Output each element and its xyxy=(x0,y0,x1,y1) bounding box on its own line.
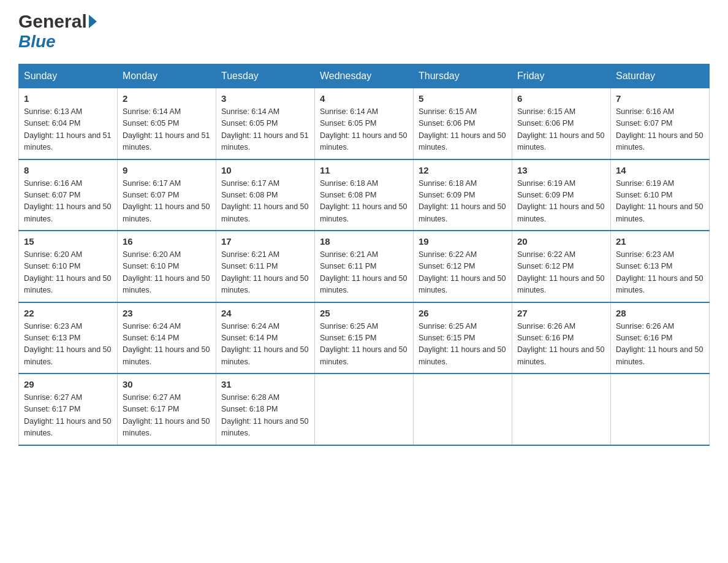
calendar-week-row: 15Sunrise: 6:20 AMSunset: 6:10 PMDayligh… xyxy=(19,231,710,302)
calendar-table: SundayMondayTuesdayWednesdayThursdayFrid… xyxy=(18,64,710,446)
calendar-week-row: 1Sunrise: 6:13 AMSunset: 6:04 PMDaylight… xyxy=(19,88,710,159)
day-info: Sunrise: 6:16 AMSunset: 6:07 PMDaylight:… xyxy=(616,106,704,154)
calendar-day-cell: 20Sunrise: 6:22 AMSunset: 6:12 PMDayligh… xyxy=(512,231,611,302)
day-number: 11 xyxy=(320,165,408,175)
day-info: Sunrise: 6:18 AMSunset: 6:08 PMDaylight:… xyxy=(320,178,408,226)
header-tuesday: Tuesday xyxy=(216,64,315,88)
calendar-week-row: 22Sunrise: 6:23 AMSunset: 6:13 PMDayligh… xyxy=(19,302,710,374)
day-number: 4 xyxy=(320,93,408,104)
header-monday: Monday xyxy=(118,64,216,88)
calendar-day-cell: 7Sunrise: 6:16 AMSunset: 6:07 PMDaylight… xyxy=(611,88,710,159)
day-info: Sunrise: 6:28 AMSunset: 6:18 PMDaylight:… xyxy=(221,392,309,440)
day-number: 5 xyxy=(419,93,507,104)
day-number: 23 xyxy=(123,308,211,318)
day-number: 3 xyxy=(221,93,309,104)
calendar-day-cell: 13Sunrise: 6:19 AMSunset: 6:09 PMDayligh… xyxy=(512,159,611,231)
day-number: 2 xyxy=(123,93,211,104)
calendar-day-cell: 2Sunrise: 6:14 AMSunset: 6:05 PMDaylight… xyxy=(118,88,216,159)
header-wednesday: Wednesday xyxy=(315,64,414,88)
day-number: 7 xyxy=(616,93,704,104)
day-number: 16 xyxy=(123,236,211,247)
day-info: Sunrise: 6:16 AMSunset: 6:07 PMDaylight:… xyxy=(24,178,112,226)
calendar-day-cell: 5Sunrise: 6:15 AMSunset: 6:06 PMDaylight… xyxy=(414,88,512,159)
day-number: 10 xyxy=(221,165,309,175)
calendar-day-cell: 25Sunrise: 6:25 AMSunset: 6:15 PMDayligh… xyxy=(315,302,414,374)
calendar-day-cell: 24Sunrise: 6:24 AMSunset: 6:14 PMDayligh… xyxy=(216,302,315,374)
calendar-day-cell: 27Sunrise: 6:26 AMSunset: 6:16 PMDayligh… xyxy=(512,302,611,374)
calendar-day-cell: 31Sunrise: 6:28 AMSunset: 6:18 PMDayligh… xyxy=(216,373,315,445)
header-friday: Friday xyxy=(512,64,611,88)
calendar-day-cell: 23Sunrise: 6:24 AMSunset: 6:14 PMDayligh… xyxy=(118,302,216,374)
day-number: 25 xyxy=(320,308,408,318)
calendar-day-cell: 18Sunrise: 6:21 AMSunset: 6:11 PMDayligh… xyxy=(315,231,414,302)
day-info: Sunrise: 6:14 AMSunset: 6:05 PMDaylight:… xyxy=(123,106,211,154)
day-info: Sunrise: 6:21 AMSunset: 6:11 PMDaylight:… xyxy=(320,249,408,297)
calendar-day-cell: 22Sunrise: 6:23 AMSunset: 6:13 PMDayligh… xyxy=(19,302,118,374)
day-info: Sunrise: 6:24 AMSunset: 6:14 PMDaylight:… xyxy=(123,321,211,369)
day-info: Sunrise: 6:25 AMSunset: 6:15 PMDaylight:… xyxy=(419,321,507,369)
day-info: Sunrise: 6:15 AMSunset: 6:06 PMDaylight:… xyxy=(419,106,507,154)
day-info: Sunrise: 6:25 AMSunset: 6:15 PMDaylight:… xyxy=(320,321,408,369)
day-number: 12 xyxy=(419,165,507,175)
header-saturday: Saturday xyxy=(611,64,710,88)
calendar-day-cell xyxy=(611,373,710,445)
calendar-day-cell: 10Sunrise: 6:17 AMSunset: 6:08 PMDayligh… xyxy=(216,159,315,231)
calendar-day-cell: 4Sunrise: 6:14 AMSunset: 6:05 PMDaylight… xyxy=(315,88,414,159)
calendar-header-row: SundayMondayTuesdayWednesdayThursdayFrid… xyxy=(19,64,710,88)
day-info: Sunrise: 6:14 AMSunset: 6:05 PMDaylight:… xyxy=(320,106,408,154)
day-info: Sunrise: 6:24 AMSunset: 6:14 PMDaylight:… xyxy=(221,321,309,369)
calendar-day-cell: 17Sunrise: 6:21 AMSunset: 6:11 PMDayligh… xyxy=(216,231,315,302)
calendar-day-cell xyxy=(315,373,414,445)
calendar-day-cell: 12Sunrise: 6:18 AMSunset: 6:09 PMDayligh… xyxy=(414,159,512,231)
day-number: 13 xyxy=(517,165,605,175)
calendar-week-row: 8Sunrise: 6:16 AMSunset: 6:07 PMDaylight… xyxy=(19,159,710,231)
day-number: 26 xyxy=(419,308,507,318)
calendar-day-cell: 8Sunrise: 6:16 AMSunset: 6:07 PMDaylight… xyxy=(19,159,118,231)
day-info: Sunrise: 6:27 AMSunset: 6:17 PMDaylight:… xyxy=(24,392,112,440)
day-number: 28 xyxy=(616,308,704,318)
day-number: 29 xyxy=(24,379,112,389)
calendar-week-row: 29Sunrise: 6:27 AMSunset: 6:17 PMDayligh… xyxy=(19,373,710,445)
day-info: Sunrise: 6:19 AMSunset: 6:10 PMDaylight:… xyxy=(616,178,704,226)
header-sunday: Sunday xyxy=(19,64,118,88)
day-number: 27 xyxy=(517,308,605,318)
calendar-day-cell: 21Sunrise: 6:23 AMSunset: 6:13 PMDayligh… xyxy=(611,231,710,302)
day-number: 24 xyxy=(221,308,309,318)
day-info: Sunrise: 6:23 AMSunset: 6:13 PMDaylight:… xyxy=(616,249,704,297)
logo-arrow-icon xyxy=(89,15,97,28)
calendar-day-cell xyxy=(414,373,512,445)
page-header: General Blue xyxy=(18,12,710,52)
logo-blue: Blue xyxy=(18,32,56,51)
day-number: 19 xyxy=(419,236,507,247)
calendar-day-cell: 28Sunrise: 6:26 AMSunset: 6:16 PMDayligh… xyxy=(611,302,710,374)
logo: General Blue xyxy=(18,12,99,52)
day-info: Sunrise: 6:17 AMSunset: 6:08 PMDaylight:… xyxy=(221,178,309,226)
day-info: Sunrise: 6:20 AMSunset: 6:10 PMDaylight:… xyxy=(24,249,112,297)
day-number: 20 xyxy=(517,236,605,247)
calendar-day-cell: 29Sunrise: 6:27 AMSunset: 6:17 PMDayligh… xyxy=(19,373,118,445)
calendar-day-cell: 30Sunrise: 6:27 AMSunset: 6:17 PMDayligh… xyxy=(118,373,216,445)
day-number: 17 xyxy=(221,236,309,247)
day-number: 21 xyxy=(616,236,704,247)
day-number: 6 xyxy=(517,93,605,104)
day-info: Sunrise: 6:21 AMSunset: 6:11 PMDaylight:… xyxy=(221,249,309,297)
calendar-day-cell: 26Sunrise: 6:25 AMSunset: 6:15 PMDayligh… xyxy=(414,302,512,374)
calendar-day-cell: 6Sunrise: 6:15 AMSunset: 6:06 PMDaylight… xyxy=(512,88,611,159)
day-info: Sunrise: 6:23 AMSunset: 6:13 PMDaylight:… xyxy=(24,321,112,369)
calendar-day-cell: 11Sunrise: 6:18 AMSunset: 6:08 PMDayligh… xyxy=(315,159,414,231)
calendar-day-cell: 16Sunrise: 6:20 AMSunset: 6:10 PMDayligh… xyxy=(118,231,216,302)
day-info: Sunrise: 6:22 AMSunset: 6:12 PMDaylight:… xyxy=(419,249,507,297)
day-number: 15 xyxy=(24,236,112,247)
logo-general: General xyxy=(18,12,87,31)
calendar-day-cell: 19Sunrise: 6:22 AMSunset: 6:12 PMDayligh… xyxy=(414,231,512,302)
calendar-day-cell: 14Sunrise: 6:19 AMSunset: 6:10 PMDayligh… xyxy=(611,159,710,231)
day-number: 30 xyxy=(123,379,211,389)
day-info: Sunrise: 6:14 AMSunset: 6:05 PMDaylight:… xyxy=(221,106,309,154)
day-info: Sunrise: 6:19 AMSunset: 6:09 PMDaylight:… xyxy=(517,178,605,226)
day-number: 14 xyxy=(616,165,704,175)
day-info: Sunrise: 6:13 AMSunset: 6:04 PMDaylight:… xyxy=(24,106,112,154)
calendar-day-cell: 3Sunrise: 6:14 AMSunset: 6:05 PMDaylight… xyxy=(216,88,315,159)
day-info: Sunrise: 6:27 AMSunset: 6:17 PMDaylight:… xyxy=(123,392,211,440)
day-number: 8 xyxy=(24,165,112,175)
day-number: 22 xyxy=(24,308,112,318)
